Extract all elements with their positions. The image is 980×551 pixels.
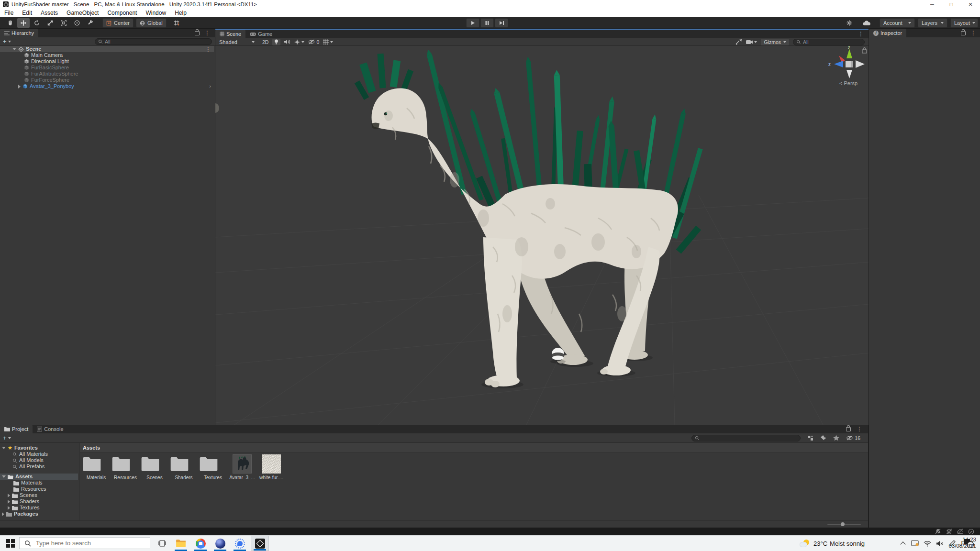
status-notifications-muted-icon[interactable] <box>935 529 941 535</box>
menu-help[interactable]: Help <box>170 9 191 17</box>
tray-wifi-icon[interactable] <box>922 536 933 551</box>
start-button[interactable] <box>4 536 17 551</box>
disclosure-icon[interactable] <box>2 512 4 516</box>
rect-tool-icon[interactable] <box>57 18 70 28</box>
tree-row-all-models[interactable]: All Models <box>0 457 78 463</box>
add-asset-button[interactable]: + <box>3 434 7 441</box>
cloud-icon[interactable] <box>859 18 874 28</box>
tree-row-all-materials[interactable]: All Materials <box>0 451 78 457</box>
gizmo-lock-icon[interactable] <box>862 48 867 54</box>
tray-display-icon[interactable] <box>909 536 921 551</box>
orientation-toggle-button[interactable]: Global <box>136 18 167 28</box>
tab-inspector[interactable]: i Inspector <box>869 29 906 37</box>
tab-project[interactable]: Project <box>0 425 33 433</box>
grid-snap-icon[interactable] <box>170 18 183 28</box>
search-by-type-icon[interactable] <box>807 435 813 441</box>
axis-y-cone[interactable] <box>846 49 852 58</box>
asset-item-resources[interactable]: Resources <box>111 454 139 480</box>
weather-icon[interactable] <box>798 536 811 551</box>
asset-item-avatar-model[interactable]: Avatar_3_... <box>228 454 256 480</box>
minimize-button[interactable]: ─ <box>923 0 942 9</box>
status-collab-off-icon[interactable] <box>957 529 963 535</box>
asset-item-materials[interactable]: Materials <box>82 454 110 480</box>
search-by-label-icon[interactable] <box>820 435 826 441</box>
tree-row-furforcesphere[interactable]: FurForceSphere <box>0 77 214 83</box>
account-dropdown[interactable]: Account <box>880 18 915 28</box>
tree-row-favorites[interactable]: ★ Favorites <box>0 445 78 451</box>
taskbar-app-unity-active[interactable] <box>251 536 269 551</box>
menu-gameobject[interactable]: GameObject <box>62 9 103 17</box>
chevron-down-icon[interactable] <box>8 437 11 439</box>
layers-dropdown[interactable]: Layers <box>918 18 947 28</box>
hidden-packages-toggle[interactable]: 16 <box>846 435 860 441</box>
asset-item-scenes[interactable]: Scenes <box>141 454 168 480</box>
tree-row-scene[interactable]: Scene ⋮ <box>0 46 214 52</box>
tree-row-scenes[interactable]: Scenes <box>0 492 78 498</box>
lock-icon[interactable] <box>846 427 851 431</box>
hand-tool-icon[interactable] <box>4 18 16 28</box>
scene-grid-dropdown[interactable] <box>323 39 333 45</box>
search-input[interactable] <box>35 539 133 547</box>
tree-row-furbasicsphere[interactable]: FurBasicSphere <box>0 65 214 71</box>
layout-dropdown[interactable]: Layout <box>950 18 978 28</box>
tree-row-furattributessphere[interactable]: FurAttributesSphere <box>0 71 214 77</box>
panel-menu-icon[interactable]: ⋮ <box>970 30 976 36</box>
chevron-down-icon[interactable] <box>8 41 11 43</box>
taskbar-clock[interactable]: 14:23 03/08/2021 <box>934 537 976 549</box>
shading-mode-dropdown[interactable]: Shaded <box>219 39 255 45</box>
status-ok-icon[interactable] <box>968 529 974 535</box>
scene-audio-icon[interactable] <box>284 39 290 44</box>
projection-label[interactable]: < Persp <box>839 80 858 86</box>
menu-file[interactable]: File <box>0 9 18 17</box>
scene-effects-dropdown[interactable] <box>294 39 304 45</box>
favorites-star-icon[interactable] <box>833 435 839 441</box>
prefab-open-arrow-icon[interactable]: › <box>209 83 211 89</box>
tab-scene[interactable]: Scene <box>215 30 245 38</box>
asset-breadcrumb[interactable]: Assets <box>80 443 868 452</box>
axis-cone-gray-down[interactable] <box>846 70 852 78</box>
tree-row-all-prefabs[interactable]: All Prefabs <box>0 463 78 470</box>
collab-icon[interactable] <box>843 18 856 28</box>
asset-item-white-fur-texture[interactable]: white-fur-... <box>257 454 285 480</box>
disclosure-icon[interactable] <box>2 475 6 478</box>
tree-row-textures[interactable]: Textures <box>0 505 78 511</box>
scene-viewport[interactable]: y z < Persp <box>215 46 869 425</box>
taskbar-app-chrome[interactable] <box>192 536 209 551</box>
scale-tool-icon[interactable] <box>44 18 56 28</box>
close-button[interactable]: ✕ <box>961 0 980 9</box>
menu-edit[interactable]: Edit <box>18 9 36 17</box>
taskbar-search[interactable] <box>19 537 150 549</box>
scene-search-input[interactable]: All <box>793 39 865 45</box>
project-search-input[interactable] <box>691 435 801 441</box>
pivot-toggle-button[interactable]: Center <box>102 18 134 28</box>
panel-menu-icon[interactable]: ⋮ <box>857 426 862 432</box>
tree-row-resources[interactable]: Resources <box>0 486 78 492</box>
asset-item-shaders[interactable]: Shaders <box>170 454 198 480</box>
add-object-button[interactable]: + <box>3 38 7 45</box>
custom-tool-icon[interactable] <box>84 18 97 28</box>
scene-visibility-toggle[interactable]: 0 <box>308 39 319 45</box>
tab-hierarchy[interactable]: Hierarchy <box>0 29 38 37</box>
menu-component[interactable]: Component <box>103 9 141 17</box>
step-button[interactable] <box>495 18 508 28</box>
toggle-2d-button[interactable]: 2D <box>262 39 268 45</box>
tree-row-directional-light[interactable]: Directional Light <box>0 58 214 65</box>
disclosure-icon[interactable] <box>12 48 16 50</box>
lock-icon[interactable] <box>961 31 966 35</box>
tab-console[interactable]: Console <box>33 425 67 433</box>
lock-icon[interactable] <box>195 31 200 35</box>
disclosure-icon[interactable] <box>8 506 10 510</box>
disclosure-icon[interactable] <box>18 85 21 88</box>
status-cache-off-icon[interactable] <box>946 529 952 535</box>
tree-row-avatar-3-ponyboy[interactable]: Avatar_3_Ponyboy › <box>0 83 214 89</box>
rotate-tool-icon[interactable] <box>31 18 43 28</box>
slider-handle[interactable] <box>841 522 845 526</box>
axis-z-cone[interactable] <box>834 61 843 67</box>
asset-item-textures[interactable]: Textures <box>199 454 227 480</box>
scene-tools-icon[interactable] <box>735 39 742 45</box>
tab-game[interactable]: Game <box>245 30 277 38</box>
orientation-gizmo[interactable]: y z < Persp <box>828 46 867 86</box>
transform-tool-icon[interactable] <box>71 18 83 28</box>
move-tool-icon[interactable] <box>17 18 30 28</box>
maximize-button[interactable]: □ <box>942 0 961 9</box>
